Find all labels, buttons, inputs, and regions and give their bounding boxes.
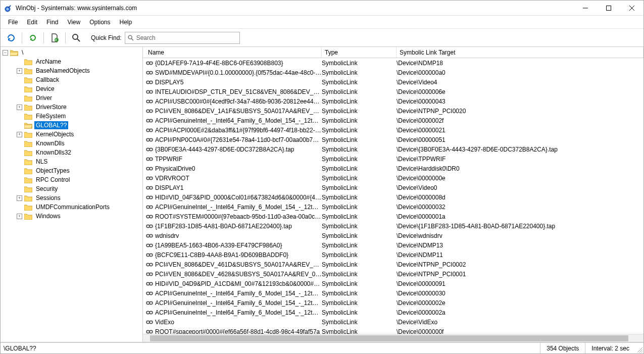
menu-item-options[interactable]: Options [85, 17, 115, 27]
menu-item-find[interactable]: Find [42, 17, 63, 27]
list-row[interactable]: DISPLAY1SymbolicLink\Device\Video0 [143, 183, 643, 192]
list-row[interactable]: ACPI#GenuineIntel_-_Intel64_Family_6_Mod… [143, 202, 643, 212]
tree-item[interactable]: Device [1, 84, 142, 93]
tree-pane[interactable]: − \ ArcName+BaseNamedObjectsCallbackDevi… [1, 47, 143, 342]
horizontal-scrollbar[interactable] [143, 334, 643, 342]
cell-type: SymbolicLink [322, 136, 397, 143]
list-row[interactable]: PCI#VEN_8086&DEV_1A1F&SUBSYS_50A017AA&RE… [143, 106, 643, 116]
tree-item[interactable]: Driver [1, 93, 142, 103]
list-row[interactable]: SWD#MMDEVAPI#{0.0.1.00000000}.{0f575dac-… [143, 68, 643, 77]
search-input[interactable] [136, 34, 232, 41]
svg-point-37 [146, 177, 150, 179]
tree-item[interactable]: GLOBAL?? [1, 121, 142, 130]
refresh-alt-button[interactable] [24, 30, 41, 45]
tree-expander[interactable]: − [3, 50, 8, 56]
tree-expander-none [17, 159, 22, 165]
list-row[interactable]: {1F1BF283-1D85-4A81-B0AD-6871AE220400}.t… [143, 221, 643, 231]
list-row[interactable]: ACPI#GenuineIntel_-_Intel64_Family_6_Mod… [143, 288, 643, 298]
svg-point-26 [150, 119, 153, 122]
symbolic-link-icon [146, 165, 153, 172]
tree-item[interactable]: +BaseNamedObjects [1, 66, 142, 75]
column-header-type[interactable]: Type [322, 47, 397, 58]
cell-type: SymbolicLink [322, 290, 397, 297]
list-row[interactable]: VidExoSymbolicLink\Device\VidExo [143, 317, 643, 327]
search-box[interactable] [125, 32, 240, 44]
svg-point-60 [150, 282, 153, 285]
list-row[interactable]: VDRVROOTSymbolicLink\Device\0000000e [143, 173, 643, 183]
list-row[interactable]: ACPI#GenuineIntel_-_Intel64_Family_6_Mod… [143, 116, 643, 125]
minimize-button[interactable] [574, 1, 597, 16]
tree-expander-none [17, 59, 22, 65]
list-row[interactable]: ROOT#SYSTEM#0000#{97ebaacb-95bd-11d0-a3e… [143, 212, 643, 221]
svg-point-56 [150, 263, 153, 266]
list-row[interactable]: ACPI#GenuineIntel_-_Intel64_Family_6_Mod… [143, 308, 643, 317]
tree-item[interactable]: +Sessions [1, 193, 142, 203]
refresh-button[interactable] [3, 30, 20, 45]
tree-item[interactable]: NLS [1, 157, 142, 166]
tree-item[interactable]: ArcName [1, 57, 142, 66]
list-row[interactable]: PhysicalDrive0SymbolicLink\Device\Harddi… [143, 164, 643, 173]
cell-target: \Device\00000091 [397, 280, 643, 287]
tree-item[interactable]: +KernelObjects [1, 130, 142, 139]
search-icon [71, 33, 81, 43]
tree-item[interactable]: UMDFCommunicationPorts [1, 203, 142, 212]
list-row[interactable]: {0D1AFEF9-7A19-4F4E-8BC6-0FE63908B803}Sy… [143, 58, 643, 68]
list-row[interactable]: ACPI#ACPI000E#2&daba3ff&1#{97f99bf6-4497… [143, 125, 643, 135]
list-row[interactable]: ROOT#spaceport#0000#{ef66a56f-88d1-4cd8-… [143, 327, 643, 334]
list-row[interactable]: HID#VID_04D9&PID_A1CD&MI_00#7&12193cb&0&… [143, 279, 643, 288]
tree-item-label: KnownDlls [34, 139, 66, 147]
tree-item[interactable]: RPC Control [1, 175, 142, 184]
tree-expander-plus[interactable]: + [17, 68, 22, 74]
list-row[interactable]: PCI#VEN_8086&DEV_4628&SUBSYS_50A017AA&RE… [143, 269, 643, 279]
properties-button[interactable] [46, 30, 63, 45]
list-row[interactable]: ACPI#USBC000#0#{4cedf9cf-34a7-486b-9036-… [143, 96, 643, 106]
menu-item-view[interactable]: View [63, 17, 85, 27]
list-row[interactable]: {1A99BEA5-1663-4B06-A339-EF479CF986A0}Sy… [143, 240, 643, 250]
close-button[interactable] [620, 1, 643, 16]
tree-item[interactable]: FileSystem [1, 112, 142, 121]
list-row[interactable]: TPPWRIFSymbolicLink\Device\TPPWRIF [143, 154, 643, 164]
tree-item[interactable]: KnownDlls32 [1, 148, 142, 157]
symbolic-link-icon [146, 69, 153, 76]
list-row[interactable]: INTELAUDIO#DSP_CTLR_DEV_51C8&VEN_8086&DE… [143, 87, 643, 96]
tree-item[interactable]: +DriverStore [1, 103, 142, 112]
list-row[interactable]: DISPLAY5SymbolicLink\Device\Video4 [143, 77, 643, 87]
svg-point-65 [146, 311, 150, 314]
cell-type: SymbolicLink [322, 194, 397, 201]
tree-item[interactable]: ObjectTypes [1, 166, 142, 175]
list-row[interactable]: wdnisdrvSymbolicLink\Device\wdnisdrv [143, 231, 643, 240]
list-body[interactable]: {0D1AFEF9-7A19-4F4E-8BC6-0FE63908B803}Sy… [143, 58, 643, 334]
list-row[interactable]: ACPI#PNP0C0A#0#{72631e54-78a4-11d0-bcf7-… [143, 135, 643, 144]
tree-expander-plus[interactable]: + [17, 195, 22, 201]
tree-expander-plus[interactable]: + [17, 105, 22, 110]
list-row[interactable]: PCI#VEN_8086&DEV_461D&SUBSYS_50A017AA&RE… [143, 260, 643, 269]
folder-icon [24, 213, 32, 220]
find-button[interactable] [68, 30, 85, 45]
tree-expander-plus[interactable]: + [17, 132, 22, 137]
cell-name: HID#VID_04F3&PID_0000&Col01#6&73824d6&0&… [155, 194, 322, 201]
symbolic-link-icon [146, 194, 153, 201]
list-row[interactable]: HID#VID_04F3&PID_0000&Col01#6&73824d6&0&… [143, 192, 643, 202]
list-row[interactable]: ACPI#GenuineIntel_-_Intel64_Family_6_Mod… [143, 298, 643, 308]
list-row[interactable]: {BCFC9E11-C8B9-4AA8-B9A1-9D609BBADDF0}Sy… [143, 250, 643, 260]
symbolic-link-icon [146, 175, 153, 182]
tree-item[interactable]: Security [1, 184, 142, 193]
resize-grip[interactable] [635, 343, 643, 353]
cell-name: SWD#MMDEVAPI#{0.0.1.00000000}.{0f575dac-… [155, 69, 322, 76]
menu-item-help[interactable]: Help [115, 17, 137, 27]
tree-item[interactable]: +Windows [1, 212, 142, 221]
cell-type: SymbolicLink [322, 261, 397, 268]
menu-item-edit[interactable]: Edit [22, 17, 42, 27]
list-row[interactable]: {3B0F0E3A-4443-4297-8D6E-0DC372B8A2CA}.t… [143, 144, 643, 154]
tree-root-row[interactable]: − \ [1, 48, 142, 57]
column-header-name[interactable]: Name [145, 47, 322, 58]
tree-item[interactable]: Callback [1, 75, 142, 84]
menu-item-file[interactable]: File [4, 17, 22, 27]
column-header-target[interactable]: Symbolic Link Target [397, 47, 643, 58]
tree-expander-plus[interactable]: + [17, 214, 22, 219]
maximize-button[interactable] [597, 1, 620, 16]
symbolic-link-icon [146, 60, 153, 67]
svg-point-9 [73, 34, 78, 39]
cell-target: \Device\00000051 [397, 136, 643, 143]
tree-item[interactable]: KnownDlls [1, 139, 142, 148]
